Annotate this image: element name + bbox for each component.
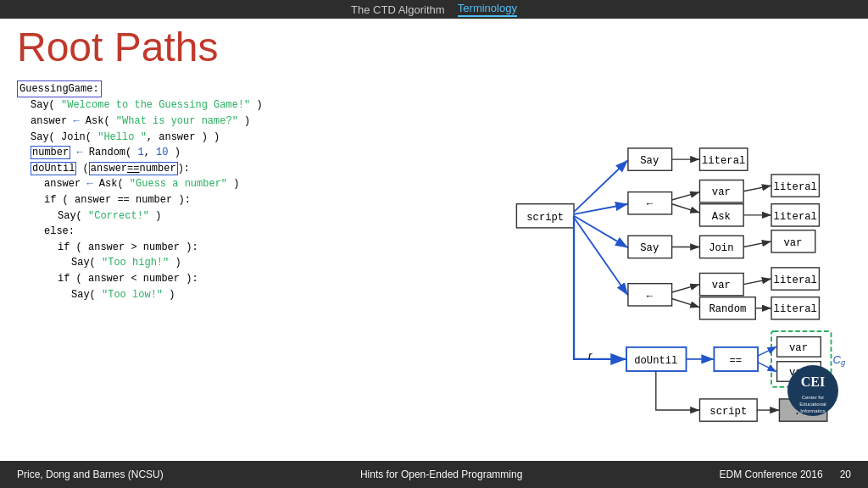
code-highlight-number: number [31,146,70,159]
bottom-bar: Price, Dong and Barnes (NCSU) Hints for … [0,461,868,488]
code-line-10: if ( answer > number ): [17,240,500,256]
cei-logo: CEI Center for Educational Informatics [783,361,843,420]
author-info: Price, Dong and Barnes (NCSU) [17,469,164,480]
code-highlight-condition: answer==number [89,162,178,175]
arrow-script-assign2 [574,218,628,296]
arrow-assign-ask [672,204,700,213]
arrow-script-dountil [574,216,626,359]
var-label-3: var [712,280,731,291]
code-line-12: if ( answer < number ): [17,271,500,287]
arrow-join-var [743,241,771,247]
presentation-title: Hints for Open-Ended Programming [360,469,522,480]
ask-label: Ask [712,211,731,223]
var-label-g1: var [789,342,808,354]
conference-info: EDM Conference 2016 20 [720,469,851,480]
arrow-var3-literal [743,279,771,285]
code-label-guessinggame: GuessingGame: [17,80,102,98]
code-line-5: doUntil (answer==number): [17,161,500,177]
main-content: Root Paths GuessingGame: Say( "Welcome t… [0,19,868,461]
literal-label-4: literal [774,274,817,286]
svg-text:Informatics: Informatics [800,408,825,413]
r-label: r [588,349,593,362]
code-arrow-2: ← [76,147,82,158]
tab-terminology[interactable]: Terminology [458,2,517,17]
say-label-2: Say [640,242,659,254]
code-str-name: "What is your name?" [116,115,238,127]
code-arrow-3: ← [86,178,92,190]
code-line-7: if ( answer == number ): [17,192,500,208]
code-str-toohigh: "Too high!" [102,257,169,269]
arrow-dountil-script [656,371,700,410]
code-highlight-dountil: doUntil [31,162,76,175]
literal-label-3: literal [774,211,817,223]
script-label: script [526,212,564,224]
code-line-6: answer ← Ask( "Guess a number" ) [17,176,500,192]
code-line-0: GuessingGame: [17,80,500,98]
code-str-welcome: "Welcome to the Guessing Game!" [61,99,250,111]
tab-ctd-algorithm[interactable]: The CTD Algorithm [351,3,445,16]
assign-label-2: ← [647,291,654,302]
code-str-hello: "Hello " [97,131,147,143]
svg-text:CEI: CEI [801,374,825,389]
top-navigation-bar: The CTD Algorithm Terminology [0,0,868,19]
arrow-script-assign1 [574,204,628,214]
code-line-1: Say( "Welcome to the Guessing Game!" ) [17,97,500,114]
code-line-9: else: [17,224,500,240]
say-label-1: Say [640,155,659,167]
code-arrow-1: ← [73,115,79,127]
arrow-var-literal [743,186,771,191]
var-label-1: var [712,186,731,198]
svg-text:Center for: Center for [802,395,825,400]
eq-label: == [729,355,742,367]
code-line-3: Say( Join( "Hello ", answer ) ) [17,130,500,146]
var-label-2: var [783,237,802,249]
code-line-4: number ← Random( 1, 10 ) [17,145,500,161]
arrow-script-say1 [574,160,628,212]
join-label: Join [709,242,733,254]
assign-label-1: ← [647,198,654,210]
code-line-8: Say( "Correct!" ) [17,208,500,225]
code-num-1: 1 [137,147,143,158]
code-str-toolow: "Too low!" [102,289,163,301]
code-line-2: answer ← Ask( "What is your name?" ) [17,114,500,130]
arrow-assign2-var [672,285,700,292]
code-str-guess: "Guess a number" [130,178,227,190]
dountil-label: doUntil [634,355,677,367]
code-block: GuessingGame: Say( "Welcome to the Guess… [17,80,500,302]
code-num-10: 10 [156,147,168,158]
page-number: 20 [840,469,851,480]
logo-area: CEI Center for Educational Informatics [783,361,843,420]
left-panel: Root Paths GuessingGame: Say( "Welcome t… [17,25,500,454]
literal-label-5: literal [774,303,817,315]
right-panel: script Say literal ← var [509,25,851,454]
arrow-assign2-random [672,299,700,308]
svg-text:Educational: Educational [799,402,826,407]
code-line-11: Say( "Too high!" ) [17,255,500,271]
page-title: Root Paths [17,25,500,70]
random-label: Random [709,303,746,315]
arrow-assign-var [672,192,700,200]
code-str-correct: "Correct!" [88,210,149,222]
script-label-bottom: script [709,406,747,418]
literal-label-1: literal [702,155,745,167]
code-line-13: Say( "Too low!" ) [17,287,500,303]
arrow-script-say2 [574,216,628,248]
literal-label-2: literal [774,181,817,193]
